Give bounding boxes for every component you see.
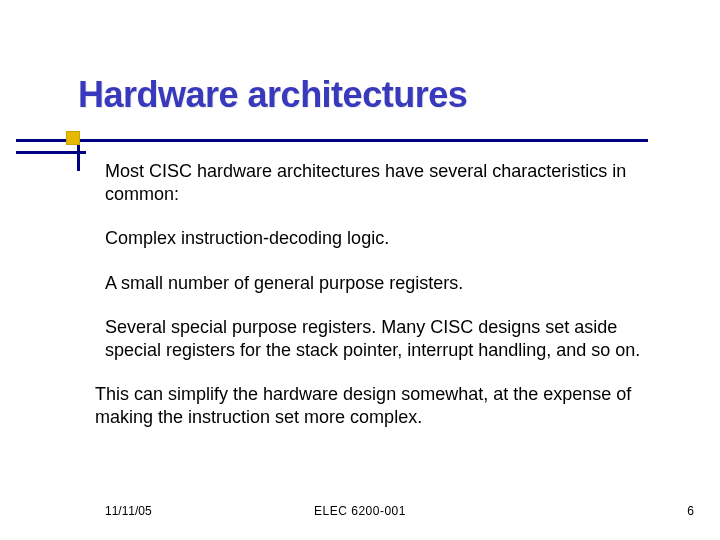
paragraph: This can simplify the hardware design so…: [95, 383, 670, 428]
rule-vertical: [77, 143, 80, 171]
paragraph: A small number of general purpose regist…: [105, 272, 665, 295]
slide-title: Hardware architectures: [78, 76, 638, 114]
paragraph: Complex instruction-decoding logic.: [105, 227, 665, 250]
slide: Hardware architectures Most CISC hardwar…: [0, 0, 720, 540]
paragraph: Most CISC hardware architectures have se…: [105, 160, 665, 205]
footer-page-number: 6: [687, 504, 694, 518]
rule-long: [16, 139, 648, 142]
accent-square-icon: [66, 131, 80, 145]
slide-body: Most CISC hardware architectures have se…: [105, 160, 665, 428]
paragraph: Several special purpose registers. Many …: [105, 316, 665, 361]
title-wrap: Hardware architectures: [78, 76, 638, 114]
rule-short: [16, 151, 86, 154]
footer-course: ELEC 6200-001: [0, 504, 720, 518]
